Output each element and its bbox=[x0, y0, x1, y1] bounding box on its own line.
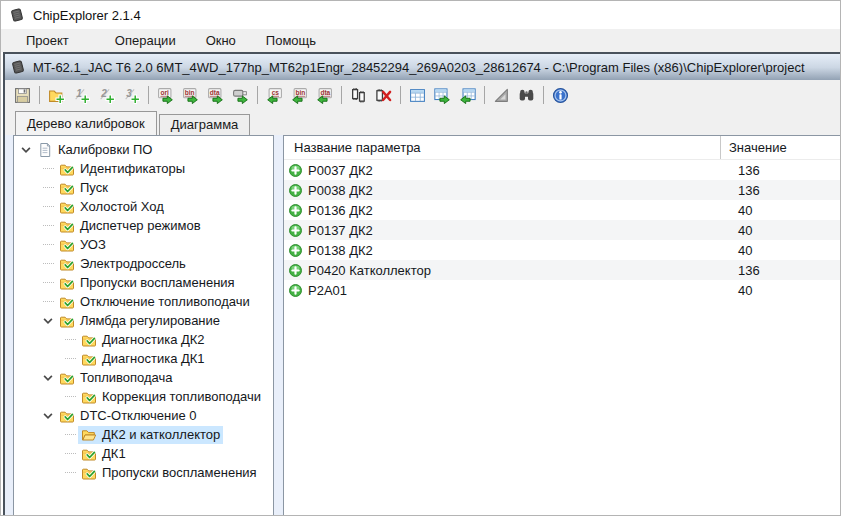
num-add-icon: 3 bbox=[123, 87, 140, 104]
tree-item-content[interactable]: Диагностика ДК2 bbox=[78, 331, 208, 349]
tree-item[interactable]: DTC-Отключение 0 bbox=[14, 406, 273, 425]
export-usb-button[interactable] bbox=[228, 83, 253, 107]
chips-icon bbox=[350, 87, 367, 104]
save-button[interactable] bbox=[10, 83, 35, 107]
tree-item-content[interactable]: Пропуски воспламенения bbox=[78, 464, 260, 482]
export-ori-button[interactable]: ori bbox=[153, 83, 178, 107]
table-row[interactable]: P0138 ДК240 bbox=[284, 240, 841, 260]
tree-item-content[interactable]: УОЗ bbox=[56, 236, 109, 254]
compare-chips-button[interactable] bbox=[346, 83, 371, 107]
calibration-tree: Калибровки ПОИдентификаторыПускХолостой … bbox=[13, 135, 274, 516]
tree-connector bbox=[40, 206, 56, 207]
parameter-value: 136 bbox=[729, 163, 760, 178]
tab-calibration-tree[interactable]: Дерево калибровок bbox=[15, 111, 157, 135]
table-export-icon bbox=[434, 87, 451, 104]
tree-indent bbox=[14, 472, 62, 473]
tree-item-content[interactable]: Диспетчер режимов bbox=[56, 217, 204, 235]
table-import-button[interactable] bbox=[455, 83, 480, 107]
column-header-value[interactable]: Значение bbox=[720, 136, 787, 159]
tree-item[interactable]: Отключение топливоподачи bbox=[14, 292, 273, 311]
remove-chip-button[interactable] bbox=[371, 83, 396, 107]
info-button[interactable] bbox=[548, 83, 573, 107]
table-row[interactable]: P0136 ДК240 bbox=[284, 200, 841, 220]
table-export-button[interactable] bbox=[430, 83, 455, 107]
info-icon bbox=[552, 87, 569, 104]
tree-item-content[interactable]: DTC-Отключение 0 bbox=[56, 407, 200, 425]
tree-item[interactable]: Электродроссель bbox=[14, 254, 273, 273]
tree-item-content[interactable]: Диагностика ДК1 bbox=[78, 350, 208, 368]
folder-check-icon bbox=[81, 465, 97, 481]
tree-item-content[interactable]: ДК1 bbox=[78, 445, 129, 463]
tree-item[interactable]: Калибровки ПО bbox=[14, 140, 273, 159]
chevron-down-icon[interactable] bbox=[40, 313, 56, 329]
table-row[interactable]: P2A0140 bbox=[284, 280, 841, 300]
export-bin-button[interactable]: bin bbox=[178, 83, 203, 107]
add-chip-3-button[interactable]: 3 bbox=[119, 83, 144, 107]
tree-item-content[interactable]: Лямбда регулирование bbox=[56, 312, 223, 330]
chevron-down-icon[interactable] bbox=[18, 142, 34, 158]
parameter-name: P0038 ДК2 bbox=[303, 183, 373, 198]
ruler-button[interactable] bbox=[489, 83, 514, 107]
num-add-icon: 1 bbox=[73, 87, 90, 104]
add-chip-1-button[interactable]: 1 bbox=[69, 83, 94, 107]
chevron-down-icon[interactable] bbox=[40, 408, 56, 424]
add-chip-2-button[interactable]: 2 bbox=[94, 83, 119, 107]
table-row[interactable]: P0420 Катколлектор136 bbox=[284, 260, 841, 280]
tree-item[interactable]: Диагностика ДК1 bbox=[14, 349, 273, 368]
tree-item[interactable]: Холостой Ход bbox=[14, 197, 273, 216]
export-dta-button[interactable]: dta bbox=[203, 83, 228, 107]
tree-item[interactable]: ДК1 bbox=[14, 444, 273, 463]
tree-item-content[interactable]: Холостой Ход bbox=[56, 198, 167, 216]
window-titlebar[interactable]: ChipExplorer 2.1.4 bbox=[1, 1, 840, 29]
table-row[interactable]: P0137 ДК240 bbox=[284, 220, 841, 240]
tree-item-content[interactable]: Пропуски воспламенения bbox=[56, 274, 238, 292]
tree-item-content[interactable]: Электродроссель bbox=[56, 255, 189, 273]
menu-item-project[interactable]: Проект bbox=[11, 30, 84, 51]
tree-item[interactable]: Диагностика ДК2 bbox=[14, 330, 273, 349]
tree-item[interactable]: Пуск bbox=[14, 178, 273, 197]
tree-item-content[interactable]: Топливоподача bbox=[56, 369, 176, 387]
tree-item-content[interactable]: Калибровки ПО bbox=[34, 141, 155, 159]
tree-item-content[interactable]: Идентификаторы bbox=[56, 160, 188, 178]
chevron-down-icon[interactable] bbox=[40, 370, 56, 386]
tree-item[interactable]: УОЗ bbox=[14, 235, 273, 254]
tree-item[interactable]: Идентификаторы bbox=[14, 159, 273, 178]
add-folder-button[interactable] bbox=[44, 83, 69, 107]
column-header-name[interactable]: Название параметра bbox=[284, 140, 720, 155]
tree-item-content[interactable]: Пуск bbox=[56, 179, 111, 197]
tree-connector bbox=[40, 282, 56, 283]
menu-item-help[interactable]: Помощь bbox=[251, 30, 331, 51]
import-cs-button[interactable]: cs bbox=[262, 83, 287, 107]
tree-item[interactable]: Пропуски воспламенения bbox=[14, 463, 273, 482]
plus-circle-icon bbox=[288, 203, 303, 218]
menu-bar: ПроектОперацииОкноПомощь bbox=[1, 29, 840, 52]
tree-item[interactable]: Коррекция топливоподачи bbox=[14, 387, 273, 406]
svg-text:dta: dta bbox=[210, 88, 220, 95]
tree-indent bbox=[14, 377, 40, 378]
show-table-button[interactable] bbox=[405, 83, 430, 107]
menu-item-window[interactable]: Окно bbox=[191, 30, 251, 51]
tree-item-content[interactable]: ДК2 и катколлектор bbox=[78, 426, 223, 444]
import-bin-button[interactable]: bin bbox=[287, 83, 312, 107]
tree-item[interactable]: Пропуски воспламенения bbox=[14, 273, 273, 292]
menu-item-operations[interactable]: Операции bbox=[100, 30, 191, 51]
plus-circle-icon bbox=[288, 223, 303, 238]
tree-item[interactable]: ДК2 и катколлектор bbox=[14, 425, 273, 444]
search-button[interactable] bbox=[514, 83, 539, 107]
folder-check-icon bbox=[59, 408, 75, 424]
folder-check-icon bbox=[59, 218, 75, 234]
tree-item-content[interactable]: Отключение топливоподачи bbox=[56, 293, 253, 311]
tree-item-content[interactable]: Коррекция топливоподачи bbox=[78, 388, 264, 406]
folder-check-icon bbox=[59, 199, 75, 215]
parameter-value: 40 bbox=[729, 243, 752, 258]
tree-item[interactable]: Топливоподача bbox=[14, 368, 273, 387]
import-dta-button[interactable]: dta bbox=[312, 83, 337, 107]
tree-indent bbox=[14, 396, 62, 397]
document-titlebar[interactable]: MT-62.1_JAC T6 2.0 6MT_4WD_177hp_MT62p1E… bbox=[5, 54, 841, 80]
tree-item[interactable]: Лямбда регулирование bbox=[14, 311, 273, 330]
table-row[interactable]: P0037 ДК2136 bbox=[284, 160, 841, 180]
tree-item[interactable]: Диспетчер режимов bbox=[14, 216, 273, 235]
table-row[interactable]: P0038 ДК2136 bbox=[284, 180, 841, 200]
plus-circle-icon bbox=[288, 163, 303, 178]
tab-diagram[interactable]: Диаграмма bbox=[159, 114, 251, 135]
